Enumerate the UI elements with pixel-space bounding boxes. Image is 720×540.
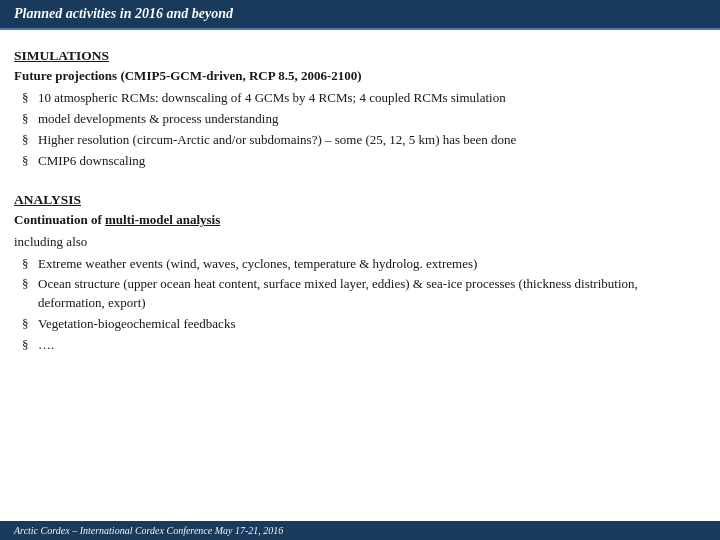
- analysis-intro: including also: [14, 233, 706, 251]
- list-item: § Ocean structure (upper ocean heat cont…: [22, 275, 706, 313]
- analysis-bullet-list: § Extreme weather events (wind, waves, c…: [22, 255, 706, 355]
- footer-text: Arctic Cordex – International Cordex Con…: [14, 525, 283, 536]
- bullet-text: Higher resolution (circum-Arctic and/or …: [38, 131, 706, 150]
- header-title: Planned activities in 2016 and beyond: [14, 6, 233, 21]
- bullet-text: CMIP6 downscaling: [38, 152, 706, 171]
- analysis-subheading: Continuation of multi-model analysis: [14, 212, 706, 228]
- bullet-symbol: §: [22, 255, 38, 274]
- list-item: § Vegetation-biogeochemical feedbacks: [22, 315, 706, 334]
- list-item: § model developments & process understan…: [22, 110, 706, 129]
- bullet-symbol: §: [22, 131, 38, 150]
- main-content: SIMULATIONS Future projections (CMIP5-GC…: [0, 30, 720, 521]
- analysis-subheading-plain: Continuation of: [14, 212, 105, 227]
- footer-bar: Arctic Cordex – International Cordex Con…: [0, 521, 720, 540]
- simulations-heading: SIMULATIONS: [14, 48, 706, 64]
- bullet-symbol: §: [22, 336, 38, 355]
- bullet-symbol: §: [22, 152, 38, 171]
- list-item: § Higher resolution (circum-Arctic and/o…: [22, 131, 706, 150]
- list-item: § ….: [22, 336, 706, 355]
- bullet-text: model developments & process understandi…: [38, 110, 706, 129]
- list-item: § 10 atmospheric RCMs: downscaling of 4 …: [22, 89, 706, 108]
- analysis-heading: ANALYSIS: [14, 192, 706, 208]
- analysis-section: ANALYSIS Continuation of multi-model ana…: [14, 192, 706, 354]
- bullet-symbol: §: [22, 89, 38, 108]
- header-bar: Planned activities in 2016 and beyond: [0, 0, 720, 30]
- simulations-subheading-text: Future projections (CMIP5-GCM-driven, RC…: [14, 68, 362, 83]
- simulations-bullet-list: § 10 atmospheric RCMs: downscaling of 4 …: [22, 89, 706, 170]
- simulations-subheading: Future projections (CMIP5-GCM-driven, RC…: [14, 68, 706, 84]
- bullet-text: ….: [38, 336, 706, 355]
- bullet-symbol: §: [22, 315, 38, 334]
- bullet-symbol: §: [22, 110, 38, 129]
- app-container: Planned activities in 2016 and beyond SI…: [0, 0, 720, 540]
- bullet-text: Vegetation-biogeochemical feedbacks: [38, 315, 706, 334]
- list-item: § Extreme weather events (wind, waves, c…: [22, 255, 706, 274]
- bullet-symbol: §: [22, 275, 38, 294]
- bullet-text: Extreme weather events (wind, waves, cyc…: [38, 255, 706, 274]
- list-item: § CMIP6 downscaling: [22, 152, 706, 171]
- simulations-section: SIMULATIONS Future projections (CMIP5-GC…: [14, 48, 706, 170]
- analysis-subheading-underlined: multi-model analysis: [105, 212, 220, 227]
- bullet-text: 10 atmospheric RCMs: downscaling of 4 GC…: [38, 89, 706, 108]
- spacer: [14, 176, 706, 184]
- bullet-text: Ocean structure (upper ocean heat conten…: [38, 275, 706, 313]
